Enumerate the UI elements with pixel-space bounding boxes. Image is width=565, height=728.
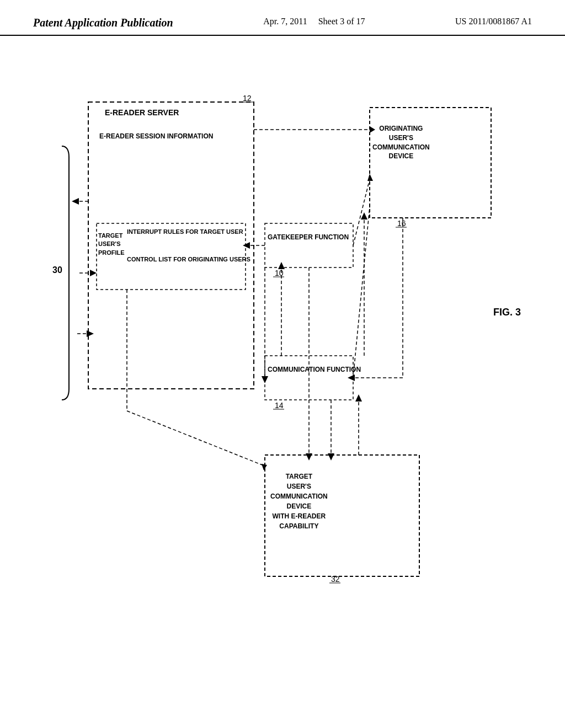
svg-marker-28 (262, 464, 267, 470)
header-center: Apr. 7, 2011 Sheet 3 of 17 (263, 17, 365, 26)
svg-marker-39 (72, 198, 79, 205)
svg-line-19 (353, 179, 370, 245)
svg-rect-2 (265, 223, 353, 267)
svg-text:12: 12 (243, 94, 252, 103)
svg-marker-20 (367, 174, 373, 181)
svg-marker-37 (355, 394, 362, 402)
svg-line-21 (353, 207, 370, 378)
svg-marker-32 (328, 453, 334, 461)
svg-marker-47 (278, 262, 285, 269)
svg-marker-45 (262, 376, 268, 383)
svg-marker-43 (87, 330, 94, 337)
svg-text:16: 16 (397, 219, 406, 228)
sheet-info: Sheet 3 of 17 (318, 17, 365, 26)
svg-marker-30 (306, 453, 312, 461)
patent-number: US 2011/0081867 A1 (455, 17, 532, 26)
diagram-area: 30 12 10 14 16 32 (0, 36, 565, 709)
publication-title: Patent Application Publication (33, 17, 173, 29)
publication-date: Apr. 7, 2011 (263, 17, 307, 26)
svg-text:10: 10 (275, 269, 284, 277)
svg-marker-23 (361, 212, 367, 220)
gatekeeper-label: GATEKEEPER FUNCTION (268, 233, 349, 242)
svg-marker-25 (243, 242, 250, 249)
svg-text:14: 14 (275, 401, 284, 410)
ereader-session-label: E-READER SESSION INFORMATION (99, 132, 213, 141)
interrupt-rules-label: INTERRUPT RULES FOR TARGET USER (127, 228, 243, 235)
fig-label: FIG. 3 (493, 306, 521, 319)
ereader-server-label: E-READER SERVER (105, 108, 179, 117)
svg-marker-35 (348, 374, 355, 381)
target-profile-label: TARGETUSER'SPROFILE (98, 232, 125, 257)
control-list-label: CONTROL LIST FOR ORIGINATING USERS (127, 255, 250, 263)
comm-function-label: COMMUNICATION FUNCTION (268, 366, 361, 374)
svg-text:30: 30 (52, 265, 62, 275)
svg-line-27 (127, 411, 265, 466)
svg-marker-41 (90, 270, 97, 276)
target-device-label: TARGETUSER'SCOMMUNICATIONDEVICEWITH E-RE… (270, 472, 328, 531)
page-header: Patent Application Publication Apr. 7, 2… (0, 0, 565, 36)
originating-device-label: ORIGINATINGUSER'SCOMMUNICATIONDEVICE (372, 124, 430, 161)
svg-text:32: 32 (331, 575, 340, 584)
